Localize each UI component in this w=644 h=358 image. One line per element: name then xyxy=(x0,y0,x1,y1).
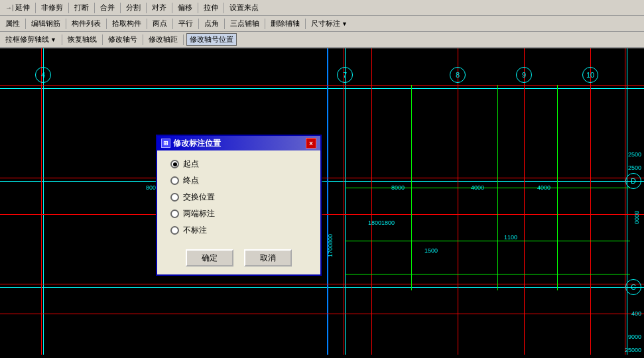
sep18 xyxy=(62,34,62,45)
threepoint-button[interactable]: 三点辅轴 xyxy=(227,18,262,29)
sep19 xyxy=(102,34,103,45)
sep12 xyxy=(147,19,147,29)
sep21 xyxy=(183,34,184,45)
radio-circle-startpoint xyxy=(170,160,179,168)
dialog-buttons: 确定 取消 xyxy=(170,247,307,267)
modify-axisnum-button[interactable]: 修改轴号 xyxy=(105,34,140,45)
sep2 xyxy=(68,3,69,13)
sep15 xyxy=(224,19,225,29)
radio-circle-endpoint xyxy=(170,176,179,185)
toolbar-row-1: →| 延伸 非修剪 打断 合并 分割 对齐 偏移 拉伸 xyxy=(0,0,644,16)
toolbar-row-3: 拉框修剪轴线 ▼ 恢复轴线 修改轴号 修改轴距 修改轴号位置 xyxy=(0,32,644,48)
split-button[interactable]: 分割 xyxy=(123,2,143,13)
cancel-button[interactable]: 取消 xyxy=(244,249,292,267)
setpoint-button[interactable]: 设置来点 xyxy=(227,2,261,13)
cad-canvas: 4 7 8 9 10 D C 8000 8000 4000 4000 2500 … xyxy=(0,48,644,355)
radio-bothends[interactable]: 两端标注 xyxy=(170,208,307,219)
dialog-title-icon: ⊞ xyxy=(161,139,170,148)
radio-group: 起点 终点 交换位置 两端标注 xyxy=(170,158,307,236)
dialog-close-button[interactable]: × xyxy=(306,138,316,149)
sep16 xyxy=(265,19,265,29)
offset-button[interactable]: 偏移 xyxy=(175,2,195,13)
delete-axis-button[interactable]: 删除辅轴 xyxy=(268,18,302,29)
dialog-body: 起点 终点 交换位置 两端标注 xyxy=(157,150,320,274)
dialog-title: ⊞ 修改标注位置 xyxy=(161,138,221,149)
sep1 xyxy=(35,3,36,13)
dimension-button[interactable]: 尺寸标注 ▼ xyxy=(308,18,350,29)
merge-button[interactable]: 合并 xyxy=(97,2,117,13)
restore-axis-button[interactable]: 恢复轴线 xyxy=(65,34,99,45)
sep13 xyxy=(172,19,173,29)
extend-button[interactable]: →| 延伸 xyxy=(3,2,32,13)
modify-annotation-dialog: ⊞ 修改标注位置 × 起点 终点 xyxy=(156,135,322,276)
sep9 xyxy=(25,19,26,29)
break-button[interactable]: 打断 xyxy=(72,2,92,13)
dialog-titlebar: ⊞ 修改标注位置 × xyxy=(157,136,320,150)
align-button[interactable]: 对齐 xyxy=(149,2,169,13)
radio-circle-swap xyxy=(170,193,179,202)
confirm-button[interactable]: 确定 xyxy=(186,249,233,267)
radio-endpoint[interactable]: 终点 xyxy=(170,175,307,186)
radio-nolabel[interactable]: 不标注 xyxy=(170,225,307,236)
parallel-button[interactable]: 平行 xyxy=(176,18,196,29)
radio-circle-nolabel xyxy=(170,226,179,235)
sep3 xyxy=(94,3,95,13)
edit-rebar-button[interactable]: 编辑钢筋 xyxy=(29,18,63,29)
radio-swap[interactable]: 交换位置 xyxy=(170,192,307,203)
notrim-button[interactable]: 非修剪 xyxy=(38,2,66,13)
sep10 xyxy=(66,19,66,29)
pick-component-button[interactable]: 拾取构件 xyxy=(109,18,144,29)
component-list-button[interactable]: 构件列表 xyxy=(69,18,103,29)
modify-axisdist-button[interactable]: 修改轴距 xyxy=(146,34,180,45)
modify-axispos-button[interactable]: 修改轴号位置 xyxy=(186,33,237,46)
extend-icon: →| xyxy=(5,4,14,11)
sep14 xyxy=(198,19,199,29)
sep8 xyxy=(224,3,224,13)
radio-circle-bothends xyxy=(170,209,179,218)
sep17 xyxy=(305,19,306,29)
toolbar-row-2: 属性 编辑钢筋 构件列表 拾取构件 两点 平行 点角 三点辅轴 xyxy=(0,16,644,32)
sep11 xyxy=(106,19,107,29)
sep5 xyxy=(146,3,147,13)
sep6 xyxy=(172,3,172,13)
trim-axis-button[interactable]: 拉框修剪轴线 ▼ xyxy=(3,34,59,45)
twopoint-button[interactable]: 两点 xyxy=(150,18,170,29)
stretch-button[interactable]: 拉伸 xyxy=(201,2,221,13)
attr-button[interactable]: 属性 xyxy=(3,18,23,29)
sep7 xyxy=(198,3,198,13)
sep20 xyxy=(143,34,143,45)
dialog-overlay: ⊞ 修改标注位置 × 起点 终点 xyxy=(0,48,644,355)
radio-startpoint[interactable]: 起点 xyxy=(170,158,307,170)
sep4 xyxy=(120,3,121,13)
toolbar-area: →| 延伸 非修剪 打断 合并 分割 对齐 偏移 拉伸 xyxy=(0,0,644,48)
angle-button[interactable]: 点角 xyxy=(202,18,222,29)
